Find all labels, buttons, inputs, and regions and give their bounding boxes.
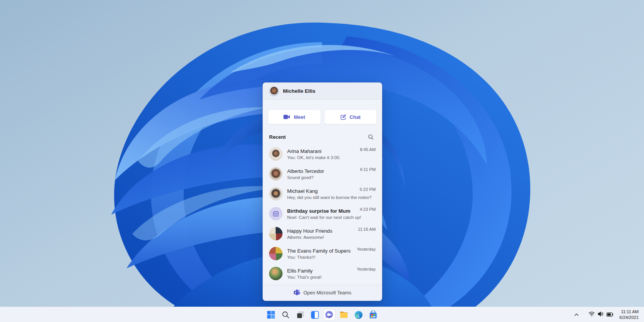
network-volume-battery-group[interactable] (587, 309, 615, 320)
tray-time: 11:11 AM (619, 309, 639, 315)
clock[interactable]: 11:11 AM 6/24/2021 (617, 309, 641, 321)
teams-chat-icon (325, 310, 334, 319)
chat-row-happy-hour-friends[interactable]: Happy Hour Friends Alberto: Awesome! 11:… (269, 223, 376, 243)
folder-icon (340, 310, 348, 319)
chat-row-ellis-family[interactable]: Ellis Family You: That's great! Yesterda… (269, 263, 376, 283)
volume-icon (598, 311, 604, 318)
teams-logo-icon (294, 289, 300, 297)
system-tray: 11:11 AM 6/24/2021 (572, 307, 641, 322)
microsoft-store-button[interactable] (367, 309, 379, 321)
chat-time: 11:16 AM (358, 227, 376, 232)
chat-preview: You: Thanks!!! (287, 255, 376, 260)
group-avatar (269, 247, 283, 260)
task-view-icon (296, 311, 304, 319)
hidden-icons-chevron[interactable] (572, 309, 582, 320)
wifi-icon (588, 311, 595, 318)
video-camera-icon (283, 114, 290, 120)
meet-button[interactable]: Meet (268, 110, 321, 124)
chat-time: 6:11 PM (360, 167, 376, 172)
teams-panel-header: Michelle Ellis (263, 83, 382, 100)
recent-label: Recent (269, 134, 286, 140)
battery-icon (606, 311, 613, 318)
chat-button[interactable]: Chat (324, 110, 377, 124)
calendar-avatar-icon (269, 207, 283, 220)
file-explorer-button[interactable] (338, 309, 350, 321)
chat-row-birthday-surprise[interactable]: Birthday surprise for Mum Noel: Can't wa… (269, 204, 376, 223)
chat-time: Yesterday (357, 267, 376, 271)
chat-time: 4:23 PM (360, 207, 376, 212)
chat-row-evans-family[interactable]: The Evans Family of Supers You: Thanks!!… (269, 243, 376, 263)
edge-button[interactable] (352, 309, 365, 321)
group-avatar (269, 227, 283, 240)
chat-avatar (269, 187, 283, 200)
windows-logo-icon (267, 310, 275, 319)
open-teams-footer[interactable]: Open Microsoft Teams (263, 285, 382, 301)
search-button[interactable] (279, 309, 292, 321)
chat-time: 8:45 AM (360, 147, 376, 152)
tray-date: 6/24/2021 (619, 315, 639, 320)
chat-time: Yesterday (357, 247, 376, 251)
chat-preview: You: OK, let's make it 3:00. (287, 155, 376, 160)
chat-preview: Alberto: Awesome! (287, 235, 376, 240)
search-icon[interactable] (367, 133, 374, 140)
user-name: Michelle Ellis (283, 88, 315, 94)
recent-chat-list: Arina Maharani You: OK, let's make it 3:… (263, 144, 382, 283)
teams-chat-button[interactable] (323, 309, 335, 321)
chat-avatar (269, 147, 283, 161)
chat-row-arina-maharani[interactable]: Arina Maharani You: OK, let's make it 3:… (269, 144, 376, 164)
widgets-button[interactable] (309, 309, 321, 321)
teams-chat-flyout: Michelle Ellis Meet Chat Recent (263, 82, 382, 301)
chat-avatar (269, 267, 283, 280)
chat-avatar (269, 167, 283, 181)
chat-preview: Noel: Can't wait for our next catch up! (287, 215, 376, 220)
task-view-button[interactable] (294, 309, 306, 321)
edge-icon (354, 310, 363, 319)
chat-row-michael-kang[interactable]: Michael Kang Hey, did you still want to … (269, 184, 376, 204)
taskbar-center-icons (265, 307, 379, 322)
chat-row-alberto-tercedor[interactable]: Alberto Tercedor Sound good? 6:11 PM (269, 164, 376, 184)
meet-button-label: Meet (294, 114, 305, 120)
start-button[interactable] (265, 309, 277, 321)
compose-icon (340, 114, 346, 120)
widgets-icon (311, 311, 319, 319)
chat-preview: You: That's great! (287, 274, 376, 279)
user-avatar[interactable] (269, 86, 279, 96)
open-teams-label: Open Microsoft Teams (304, 290, 352, 296)
recent-header-row: Recent (263, 133, 382, 140)
chat-time: 5:22 PM (360, 187, 376, 192)
chat-preview: Sound good? (287, 175, 376, 180)
search-icon (282, 311, 289, 319)
desktop: Michelle Ellis Meet Chat Recent (0, 0, 644, 322)
chat-preview: Hey, did you still want to borrow the no… (287, 195, 376, 200)
chat-button-label: Chat (350, 114, 361, 120)
taskbar: 11:11 AM 6/24/2021 (0, 307, 644, 322)
store-icon (369, 310, 378, 319)
quick-actions: Meet Chat (263, 100, 382, 124)
